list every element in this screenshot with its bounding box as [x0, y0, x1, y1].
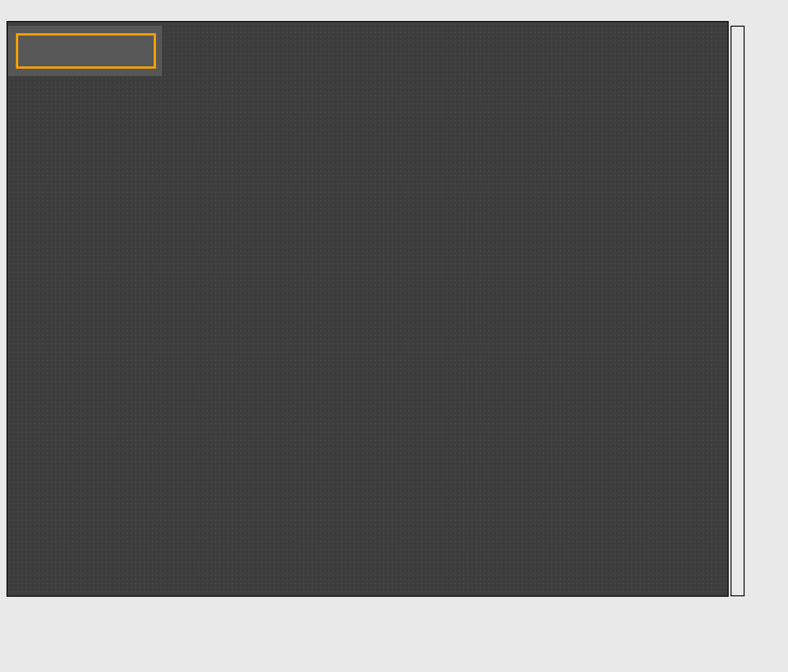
warning-legend-border	[16, 33, 156, 69]
radar-map-svg	[7, 22, 729, 597]
dbz-colorbar	[731, 26, 745, 596]
radar-map-canvas	[7, 21, 729, 597]
footer-bar	[0, 598, 788, 672]
warning-legend-box	[8, 26, 162, 76]
radar-mosaic-page	[0, 0, 788, 672]
